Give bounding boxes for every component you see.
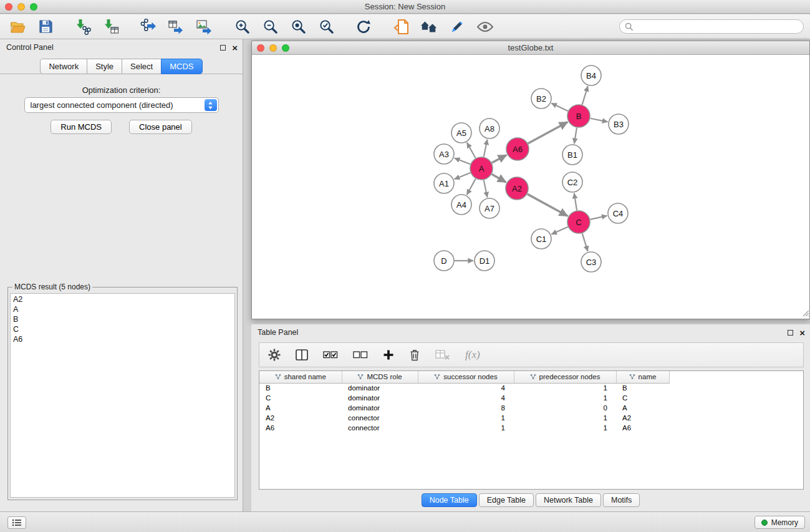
select-all-icon[interactable] (323, 346, 338, 364)
tab-motifs[interactable]: Motifs (603, 493, 640, 507)
tab-select[interactable]: Select (122, 59, 162, 74)
mcds-result-item[interactable]: C (11, 324, 234, 334)
home-icon[interactable] (420, 18, 438, 36)
network-minimize-button[interactable] (269, 44, 277, 52)
node-B2[interactable]: B2 (531, 89, 551, 109)
import-table-icon[interactable] (102, 18, 120, 36)
tab-mcds[interactable]: MCDS (161, 59, 202, 74)
node-B[interactable]: B (567, 105, 590, 127)
style-brush-icon[interactable] (448, 18, 466, 36)
delete-table-icon[interactable] (435, 346, 450, 364)
add-column-icon[interactable] (383, 346, 394, 364)
column-header-shared-name[interactable]: shared name (259, 371, 342, 383)
edge-A-A4[interactable] (467, 179, 476, 195)
column-header-name[interactable]: name (616, 371, 669, 383)
edge-C-C2[interactable] (574, 193, 577, 210)
close-panel-icon[interactable]: × (232, 43, 238, 52)
node-C4[interactable]: C4 (608, 203, 628, 223)
mcds-result-list[interactable]: A2ABCA6 (10, 293, 235, 498)
node-C1[interactable]: C1 (531, 229, 551, 249)
table-row[interactable]: A2connector11A2 (259, 413, 669, 423)
memory-button[interactable]: Memory (755, 516, 805, 529)
edge-A-A1[interactable] (455, 173, 471, 179)
export-image-icon[interactable] (196, 18, 213, 36)
tab-network-table[interactable]: Network Table (536, 493, 601, 507)
edge-B-B4[interactable] (582, 86, 588, 105)
table-cell[interactable]: B (259, 383, 342, 393)
node-C3[interactable]: C3 (581, 252, 601, 272)
table-row[interactable]: Cdominator41C (259, 393, 669, 403)
tab-node-table[interactable]: Node Table (422, 493, 477, 507)
edge-A-A5[interactable] (467, 143, 476, 158)
edge-A2-C[interactable] (528, 194, 568, 216)
table-cell[interactable]: 1 (514, 423, 616, 433)
node-A4[interactable]: A4 (451, 195, 471, 215)
task-history-button[interactable] (7, 516, 26, 529)
edge-B-B2[interactable] (551, 104, 567, 111)
network-close-button[interactable] (257, 44, 264, 52)
export-table-icon[interactable] (168, 18, 185, 36)
import-network-icon[interactable] (74, 18, 92, 36)
table-row[interactable]: Adominator80A (259, 403, 669, 413)
eye-icon[interactable] (476, 18, 494, 36)
mcds-result-item[interactable]: A6 (11, 334, 234, 344)
criterion-dropdown[interactable]: largest connected component (directed) (24, 97, 219, 113)
table-cell[interactable]: A6 (616, 423, 669, 433)
table-cell[interactable]: 1 (418, 413, 514, 423)
table-close-icon[interactable]: × (799, 328, 805, 337)
export-network-icon[interactable] (140, 18, 157, 36)
table-cell[interactable]: dominator (342, 383, 418, 393)
save-session-icon[interactable] (37, 18, 54, 36)
node-A7[interactable]: A7 (480, 198, 499, 218)
search-input[interactable] (636, 22, 798, 31)
table-row[interactable]: Bdominator41B (259, 383, 669, 393)
zoom-selected-icon[interactable] (317, 18, 335, 36)
resize-grip-icon[interactable] (801, 309, 809, 318)
tab-network[interactable]: Network (40, 59, 87, 74)
table-cell[interactable]: dominator (342, 403, 418, 413)
table-cell[interactable]: A6 (259, 423, 342, 433)
gear-icon[interactable] (268, 346, 281, 364)
table-cell[interactable]: A (259, 403, 342, 413)
table-cell[interactable]: 1 (514, 383, 616, 393)
node-C[interactable]: C (567, 211, 590, 233)
edge-C-C4[interactable] (591, 216, 607, 220)
zoom-in-icon[interactable] (233, 18, 251, 36)
edge-A-A6[interactable] (492, 155, 507, 163)
mcds-result-item[interactable]: A2 (11, 294, 234, 304)
table-cell[interactable]: connector (342, 423, 418, 433)
table-cell[interactable]: 1 (514, 393, 616, 403)
column-header-predecessor-nodes[interactable]: predecessor nodes (514, 371, 616, 383)
edge-A6-B[interactable] (528, 122, 568, 143)
delete-column-icon[interactable] (409, 346, 420, 364)
float-panel-icon[interactable] (220, 45, 226, 51)
tab-edge-table[interactable]: Edge Table (479, 493, 534, 507)
edge-B-B1[interactable] (574, 128, 577, 143)
node-C2[interactable]: C2 (562, 172, 582, 192)
mcds-result-item[interactable]: A (11, 304, 234, 314)
edge-A-A7[interactable] (484, 180, 488, 198)
node-A6[interactable]: A6 (506, 138, 529, 160)
zoom-fit-icon[interactable] (289, 18, 307, 36)
node-A1[interactable]: A1 (434, 173, 454, 193)
edge-A-A2[interactable] (492, 174, 506, 182)
edge-A-A3[interactable] (455, 158, 470, 164)
table-cell[interactable]: C (616, 393, 669, 403)
table-cell[interactable]: A2 (616, 413, 669, 423)
deselect-all-icon[interactable] (353, 346, 368, 364)
edge-C-C1[interactable] (551, 227, 567, 235)
table-cell[interactable]: 0 (514, 403, 616, 413)
function-builder-icon[interactable]: f(x) (465, 346, 480, 364)
node-B4[interactable]: B4 (581, 65, 601, 85)
table-cell[interactable]: A2 (259, 413, 342, 423)
zoom-window-button[interactable] (30, 3, 37, 11)
minimize-window-button[interactable] (17, 3, 25, 11)
table-cell[interactable]: 4 (418, 393, 514, 403)
tab-style[interactable]: Style (87, 59, 122, 74)
refresh-icon[interactable] (355, 18, 372, 36)
node-A5[interactable]: A5 (451, 123, 471, 143)
open-session-icon[interactable] (9, 18, 26, 36)
edge-B-B3[interactable] (591, 118, 608, 122)
run-mcds-button[interactable]: Run MCDS (51, 120, 112, 134)
close-panel-button[interactable]: Close panel (129, 120, 192, 134)
